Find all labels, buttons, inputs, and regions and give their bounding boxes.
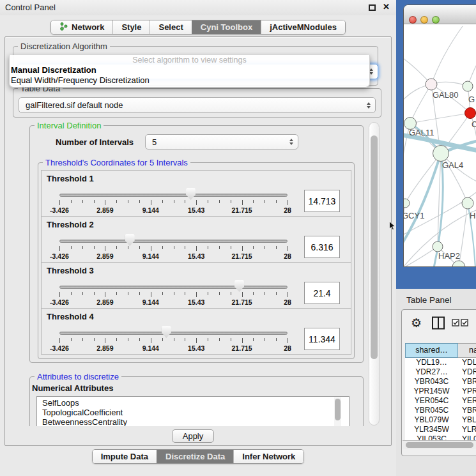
network-node[interactable] xyxy=(463,81,473,91)
table-row[interactable]: YBR045CYBR0 xyxy=(405,406,476,415)
column-header-name[interactable]: name xyxy=(458,343,476,358)
network-node[interactable] xyxy=(433,146,449,162)
slider-track[interactable] xyxy=(59,286,288,289)
attributes-list-scrollbar[interactable] xyxy=(334,397,341,426)
network-edge[interactable] xyxy=(404,203,405,242)
slider-thumb[interactable] xyxy=(186,188,196,200)
threshold-slider[interactable]: -3.4262.8599.14415.4321.71528 xyxy=(59,263,288,309)
network-view-window: GAL80GCGAL11GAL4GCY1HHAP2 xyxy=(403,4,476,267)
table-cell-shared-name[interactable]: YBL079W xyxy=(405,415,458,425)
network-edge[interactable] xyxy=(470,113,476,151)
slider-tick-label: -3.426 xyxy=(50,206,69,214)
network-edge[interactable] xyxy=(459,203,468,267)
threshold-value-input[interactable] xyxy=(304,328,340,350)
tab-network[interactable]: Network xyxy=(51,20,112,34)
tab-infer-network[interactable]: Infer Network xyxy=(233,450,303,463)
threshold-value-input[interactable] xyxy=(304,190,340,212)
close-traffic-light-icon[interactable] xyxy=(409,16,417,24)
table-row[interactable]: YDL19…YDL1 xyxy=(405,358,476,367)
table-cell-shared-name[interactable]: YER054C xyxy=(405,396,458,406)
close-icon[interactable]: ✕ xyxy=(383,3,390,12)
network-node[interactable] xyxy=(404,199,410,208)
table-row[interactable]: YBR043CYBR0 xyxy=(405,377,476,387)
network-icon xyxy=(59,22,68,33)
tab-style[interactable]: Style xyxy=(112,20,150,34)
table-row[interactable]: YLR345WYLR3 xyxy=(405,425,476,434)
table-cell-name[interactable]: YER0 xyxy=(458,396,476,406)
slider-track[interactable] xyxy=(59,332,288,335)
threshold-slider[interactable]: -3.4262.8599.14415.4321.71528 xyxy=(59,171,288,217)
zoom-traffic-light-icon[interactable] xyxy=(432,16,440,24)
network-edge[interactable] xyxy=(410,84,431,123)
threshold-slider[interactable]: -3.4262.8599.14415.4321.71528 xyxy=(59,309,288,355)
slider-tick-labels: -3.4262.8599.14415.4321.71528 xyxy=(59,344,288,352)
attribute-item[interactable]: BetweennessCentrality xyxy=(37,417,349,426)
network-edge[interactable] xyxy=(410,113,470,123)
table-cell-shared-name[interactable]: YPR145W xyxy=(405,387,458,396)
dropdown-placeholder-item[interactable]: Select algorithm to view settings xyxy=(10,56,369,65)
numerical-attributes-list[interactable]: SelfLoopsTopologicalCoefficientBetweenne… xyxy=(36,396,349,426)
network-node[interactable] xyxy=(426,79,437,90)
number-of-intervals-combobox[interactable]: 5 xyxy=(145,134,298,150)
network-canvas[interactable]: GAL80GCGAL11GAL4GCY1HHAP2 xyxy=(404,25,476,267)
table-cell-name[interactable]: YBR0 xyxy=(458,406,476,415)
apply-button[interactable]: Apply xyxy=(172,429,214,443)
table-horizontal-scrollbar[interactable] xyxy=(403,440,476,449)
tab-impute-data[interactable]: Impute Data xyxy=(93,450,157,463)
dropdown-option-equal-width[interactable]: Equal Width/Frequency Discretization xyxy=(10,75,369,86)
threshold-value-input[interactable] xyxy=(304,282,340,304)
threshold-value-input[interactable] xyxy=(304,236,340,258)
split-view-icon[interactable] xyxy=(431,316,445,332)
table-cell-name[interactable]: YBL0 xyxy=(458,415,476,425)
table-cell-name[interactable]: YBR0 xyxy=(458,377,476,387)
slider-track[interactable] xyxy=(59,194,288,197)
table-cell-name[interactable]: YPR1 xyxy=(458,387,476,396)
table-cell-name[interactable]: YLR3 xyxy=(458,425,476,434)
float-window-icon[interactable] xyxy=(369,4,376,11)
table-row[interactable]: YDR27…YDR2 xyxy=(405,367,476,377)
network-edge[interactable] xyxy=(404,153,441,246)
table-data-combobox[interactable]: galFiltered.sif default node xyxy=(19,97,376,113)
settings-vertical-scrollbar[interactable] xyxy=(369,122,380,426)
column-header-shared-name[interactable]: shared… xyxy=(405,343,458,358)
control-panel-window: Control Panel ✕ Network Style Select xyxy=(0,0,396,476)
slider-track[interactable] xyxy=(59,240,288,243)
network-node[interactable] xyxy=(433,242,443,252)
attribute-item[interactable]: SelfLoops xyxy=(37,398,349,408)
scrollbar-thumb[interactable] xyxy=(371,135,378,359)
scrollbar-thumb[interactable] xyxy=(335,399,341,420)
network-node[interactable] xyxy=(452,261,465,267)
network-node[interactable] xyxy=(462,197,473,209)
tab-jactivemnodules[interactable]: jActiveMNodules xyxy=(261,20,345,34)
table-cell-shared-name[interactable]: YDL19… xyxy=(405,358,458,367)
network-edge[interactable] xyxy=(431,26,463,84)
tab-discretize-data[interactable]: Discretize Data xyxy=(157,450,233,463)
dropdown-option-manual-discretization[interactable]: Manual Discretization xyxy=(10,65,369,75)
network-edge[interactable] xyxy=(405,153,441,203)
threshold-slider[interactable]: -3.4262.8599.14415.4321.71528 xyxy=(59,217,288,263)
table-cell-shared-name[interactable]: YLR345W xyxy=(405,425,458,434)
slider-thumb[interactable] xyxy=(234,280,244,292)
gear-icon[interactable]: ⚙ xyxy=(411,316,422,330)
slider-thumb[interactable] xyxy=(125,234,135,246)
network-edge[interactable] xyxy=(404,247,438,267)
table-cell-shared-name[interactable]: YBR045C xyxy=(405,406,458,415)
table-row[interactable]: YER054CYER0 xyxy=(405,396,476,406)
threshold-panel: Threshold 3-3.4262.8599.14415.4321.71528 xyxy=(41,262,351,309)
table-cell-shared-name[interactable]: YDR27… xyxy=(405,367,458,377)
scrollbar-thumb[interactable] xyxy=(406,442,473,448)
tab-cyni-toolbox[interactable]: Cyni Toolbox xyxy=(192,20,261,34)
table-row[interactable]: YBL079WYBL0 xyxy=(405,415,476,425)
table-cell-shared-name[interactable]: YBR043C xyxy=(405,377,458,387)
table-cell-name[interactable]: YDL1 xyxy=(458,358,476,367)
slider-thumb[interactable] xyxy=(162,326,171,338)
slider-tick-label: 9.144 xyxy=(142,206,159,214)
network-node[interactable] xyxy=(465,108,476,119)
tab-select[interactable]: Select xyxy=(150,20,191,34)
slider-tick-labels: -3.4262.8599.14415.4321.71528 xyxy=(59,252,288,260)
attribute-item[interactable]: TopologicalCoefficient xyxy=(37,408,349,417)
table-cell-name[interactable]: YDR2 xyxy=(458,367,476,377)
select-columns-icon[interactable] xyxy=(452,319,468,326)
minimize-traffic-light-icon[interactable] xyxy=(420,16,428,24)
table-row[interactable]: YPR145WYPR1 xyxy=(405,387,476,396)
